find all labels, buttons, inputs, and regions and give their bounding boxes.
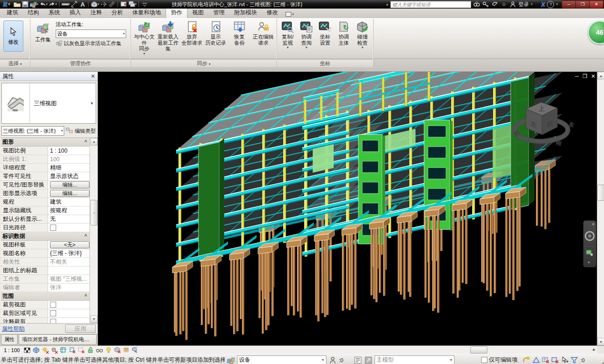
tab-系统[interactable]: 系统 [44, 8, 65, 18]
edit-button[interactable]: 编辑... [50, 190, 89, 197]
ribbon-display-toggle[interactable]: ▾ [286, 12, 294, 18]
button-恢复[interactable]: 恢复 备份 [228, 20, 251, 52]
tab-附加模块[interactable]: 附加模块 [229, 8, 262, 18]
filter-icon[interactable] [570, 356, 578, 364]
section-header[interactable]: 标识数据^ [1, 232, 89, 241]
prop-scroll-thumb[interactable]: ≡ [90, 200, 98, 226]
scroll-down-arrow[interactable]: ▼ [597, 338, 604, 345]
property-value[interactable]: 显示原状态 [48, 172, 89, 180]
redo-icon[interactable] [48, 1, 56, 8]
apply-button[interactable]: 应用 [65, 325, 96, 333]
tab-properties[interactable]: 属性 [1, 335, 18, 345]
property-checkbox[interactable] [50, 225, 56, 231]
editable-only-checkbox[interactable] [481, 357, 487, 363]
section-icon[interactable] [100, 1, 108, 8]
button-协调[interactable]: ↻协调 主体 [335, 20, 353, 52]
restore-button[interactable]: ❒ [576, 0, 590, 9]
view-close-icon[interactable]: ✕ [591, 73, 595, 79]
tab-体量和场地[interactable]: 体量和场地 [128, 8, 166, 18]
minimize-button[interactable]: ─ [562, 0, 576, 9]
resize-grip[interactable]: ◢ [601, 361, 604, 364]
gray-inactive-toggle[interactable]: 以灰色显示非活动工作集 [56, 39, 126, 47]
tab-修改[interactable]: 修改 [262, 8, 283, 18]
undo-icon[interactable] [39, 1, 47, 8]
dashed-cube-icon[interactable] [123, 346, 130, 354]
worksets-button[interactable]: 工作集 [32, 20, 54, 53]
property-value[interactable] [48, 301, 89, 309]
button-正在编辑[interactable]: 正在编辑 请求 [251, 20, 275, 52]
search-icon[interactable] [473, 1, 480, 8]
horizontal-scroll-thumb[interactable] [470, 346, 487, 354]
tab-视图[interactable]: 视图 [188, 8, 208, 18]
aligned-dim-icon[interactable] [70, 1, 78, 8]
sign-in-label[interactable]: 登录 [518, 1, 529, 8]
section-header[interactable]: 范围^ [1, 292, 89, 301]
communication-icon[interactable] [491, 1, 498, 8]
property-value[interactable]: 1 : 100 [48, 147, 89, 155]
edit-button[interactable]: 编辑... [50, 181, 89, 188]
property-checkbox[interactable] [50, 302, 56, 308]
folder-icon[interactable] [13, 1, 21, 8]
tab-建筑[interactable]: 建筑 [2, 8, 23, 18]
property-value[interactable]: 编辑... [48, 181, 89, 189]
save-icon[interactable] [21, 1, 29, 8]
tab-project-browser[interactable]: 项目浏览器 - 技师学院机电培训... [19, 335, 97, 345]
design-options-icon[interactable] [354, 356, 362, 364]
tab-管理[interactable]: 管理 [208, 8, 229, 18]
property-value[interactable]: 编辑... [48, 189, 89, 197]
panel-label-synchronize[interactable]: 同步 ▾ [131, 59, 277, 67]
vertical-scrollbar[interactable]: ▲ ▼ [597, 72, 604, 345]
tab-协作[interactable]: 协作 [166, 7, 188, 18]
thin-lines-icon[interactable] [108, 1, 116, 8]
button-复制/[interactable]: 复制/ 监视▾ [278, 20, 297, 52]
prop-scroll-down[interactable]: ▼ [90, 315, 98, 323]
measure-icon-arrow[interactable]: ▾ [69, 2, 70, 6]
user-icon[interactable] [509, 1, 516, 8]
properties-scrollbar[interactable]: ▲ ≡ ▼ [89, 138, 98, 323]
visual-style-icon[interactable] [32, 346, 40, 354]
notification-badge[interactable]: 46 [588, 20, 604, 44]
property-value[interactable]: 无 [48, 215, 89, 223]
exchange-apps-icon[interactable]: X [541, 1, 545, 8]
tab-分析[interactable]: 分析 [107, 8, 128, 18]
sync-home-icon[interactable]: ↻ [30, 1, 37, 8]
shadows-icon[interactable] [50, 346, 58, 354]
close-hidden-icon[interactable] [120, 1, 128, 8]
property-value[interactable]: {三维 - 张洋} [48, 249, 89, 257]
property-checkbox[interactable] [50, 310, 56, 316]
search-input[interactable]: 键入关键字或短语 [390, 1, 471, 8]
default-3d-icon-arrow[interactable]: ▾ [98, 2, 99, 6]
vertical-scroll-thumb[interactable] [597, 185, 604, 201]
property-value[interactable] [48, 266, 89, 275]
view-scale-button[interactable]: 1 : 100 [2, 347, 22, 353]
property-value[interactable] [48, 318, 89, 323]
switch-windows-icon-arrow[interactable]: ▾ [135, 2, 137, 6]
property-value[interactable]: 视图 "三维视... [48, 275, 89, 283]
bulb-icon[interactable] [105, 346, 112, 354]
tab-插入[interactable]: 插入 [65, 8, 86, 18]
editable-only-toggle[interactable]: 仅可编辑项 [481, 356, 517, 364]
horizontal-scrollbar[interactable]: ▶ [137, 346, 597, 354]
crop-icon[interactable] [59, 346, 67, 354]
button-协调[interactable]: 协调 查阅▾ [297, 20, 316, 52]
property-checkbox[interactable] [50, 319, 56, 323]
switch-windows-icon[interactable] [128, 1, 136, 8]
close-button[interactable]: ✕ [590, 0, 604, 9]
qat-menu-icon[interactable] [141, 1, 149, 8]
help-arrow[interactable]: ▾ [556, 2, 558, 6]
text-icon[interactable]: A [79, 1, 86, 8]
view-restore-icon[interactable]: ❒ [583, 73, 587, 79]
cube-x-icon[interactable] [114, 346, 121, 354]
type-selector[interactable]: 三维视图 ▼ [1, 83, 96, 124]
property-value[interactable]: 张洋 [48, 284, 89, 292]
button-碰撞[interactable]: 碰撞 检查▾ [353, 20, 372, 52]
measure-icon[interactable] [61, 1, 69, 8]
button-显示[interactable]: 显示 历史记录 [204, 20, 228, 52]
subscription-icon[interactable] [482, 1, 489, 8]
box-x-icon[interactable] [551, 356, 559, 364]
help-icon[interactable]: ? [547, 1, 554, 8]
default-3d-icon[interactable] [90, 1, 98, 8]
button-与中心文件[interactable]: ↻与中心文件 同步▾ [132, 20, 156, 52]
button-坐标[interactable]: 坐标 设置 [316, 20, 334, 52]
crop-x-icon[interactable] [69, 346, 76, 354]
